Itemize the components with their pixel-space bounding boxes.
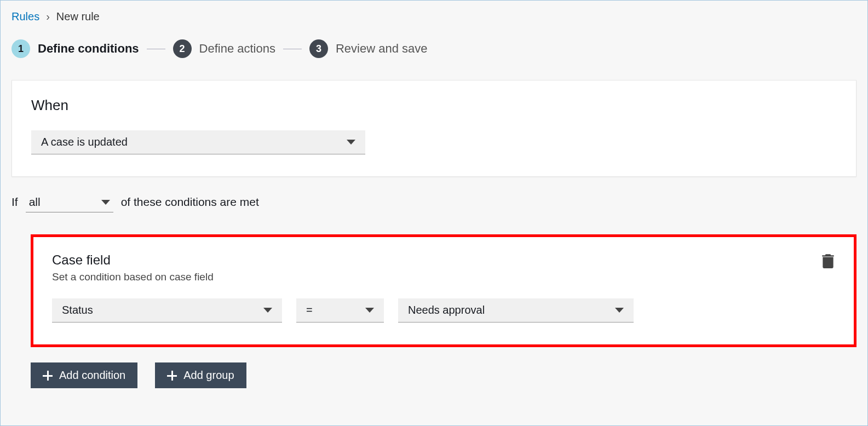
caret-down-icon	[263, 308, 272, 313]
step-define-actions[interactable]: 2 Define actions	[173, 39, 275, 58]
trash-icon	[821, 252, 835, 269]
delete-condition-button[interactable]	[821, 252, 835, 271]
stepper: 1 Define conditions 2 Define actions 3 R…	[12, 39, 856, 58]
add-condition-label: Add condition	[59, 369, 125, 382]
step-num-3: 3	[309, 39, 328, 58]
condition-operator-select[interactable]: =	[296, 298, 384, 323]
condition-value-select[interactable]: Needs approval	[398, 298, 634, 323]
step-num-2: 2	[173, 39, 192, 58]
if-row: If all of these conditions are met	[12, 193, 856, 212]
step-label-3: Review and save	[336, 42, 428, 56]
breadcrumb-current: New rule	[56, 10, 100, 23]
step-label-1: Define conditions	[38, 42, 139, 56]
chevron-right-icon: ›	[46, 10, 50, 23]
add-group-label: Add group	[183, 369, 234, 382]
step-separator	[147, 49, 165, 49]
plus-icon	[167, 371, 177, 381]
condition-title: Case field	[52, 252, 214, 268]
caret-down-icon	[101, 200, 110, 205]
add-group-button[interactable]: Add group	[155, 362, 246, 388]
when-trigger-value: A case is updated	[41, 136, 128, 148]
caret-down-icon	[365, 308, 374, 313]
add-condition-button[interactable]: Add condition	[31, 362, 137, 388]
step-num-1: 1	[12, 39, 30, 58]
caret-down-icon	[347, 140, 355, 145]
condition-operator-value: =	[306, 304, 313, 316]
match-mode-value: all	[29, 195, 41, 209]
condition-field-value: Status	[62, 304, 93, 316]
step-separator	[283, 49, 302, 49]
when-trigger-select[interactable]: A case is updated	[31, 130, 365, 154]
if-prefix: If	[12, 195, 18, 209]
step-review-save[interactable]: 3 Review and save	[309, 39, 428, 58]
if-suffix: of these conditions are met	[121, 195, 259, 209]
condition-subtitle: Set a condition based on case field	[52, 271, 214, 283]
condition-field-select[interactable]: Status	[52, 298, 282, 323]
step-label-2: Define actions	[199, 42, 275, 56]
breadcrumb: Rules › New rule	[12, 10, 856, 23]
condition-value-value: Needs approval	[408, 304, 485, 316]
caret-down-icon	[615, 308, 624, 313]
condition-card: Case field Set a condition based on case…	[31, 234, 856, 347]
match-mode-select[interactable]: all	[26, 193, 113, 212]
breadcrumb-rules-link[interactable]: Rules	[12, 10, 39, 23]
when-panel: When A case is updated	[12, 80, 856, 177]
actions-row: Add condition Add group	[31, 362, 856, 388]
when-title: When	[31, 97, 837, 114]
plus-icon	[43, 371, 53, 381]
step-define-conditions[interactable]: 1 Define conditions	[12, 39, 139, 58]
